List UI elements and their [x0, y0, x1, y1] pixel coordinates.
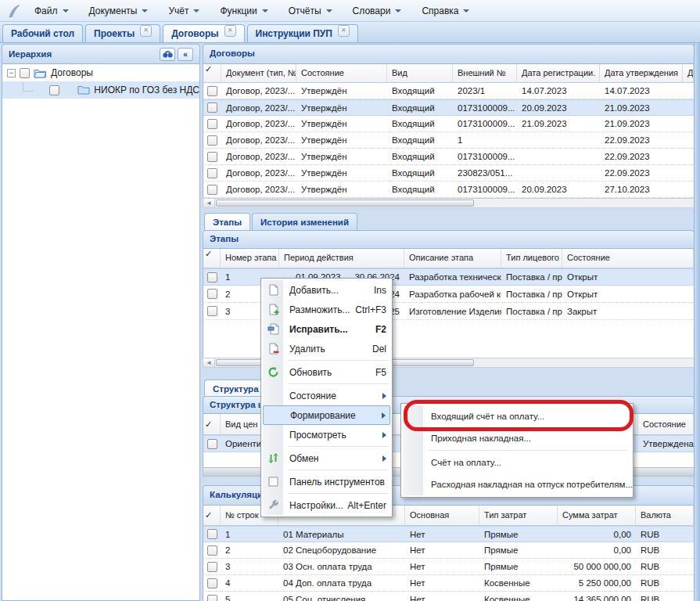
column-document[interactable]: Документ (тип, № — [221, 64, 296, 82]
menu-item-exchange[interactable]: Обмен — [263, 448, 390, 468]
contracts-hscrollbar[interactable]: ◄ — [203, 198, 695, 208]
row-checkbox[interactable] — [207, 545, 217, 556]
menu-item-delete[interactable]: Удалить Del — [263, 339, 390, 358]
chevron-down-icon — [262, 9, 268, 13]
scroll-left-icon[interactable]: ◄ — [203, 199, 215, 207]
tree-checkbox[interactable] — [20, 68, 30, 78]
column-period[interactable]: Период действия — [279, 249, 404, 268]
menubar-item[interactable]: Справка — [417, 2, 474, 20]
row-check-cell — [203, 578, 221, 588]
column-stage-desc[interactable]: Описание этапа — [404, 249, 501, 268]
search-binoculars-icon[interactable] — [160, 48, 175, 61]
menu-item-edit[interactable]: Исправить... F2 — [263, 319, 390, 339]
close-icon[interactable]: ✕ — [338, 25, 350, 37]
menubar-item[interactable]: Учёт — [163, 2, 204, 20]
column-state[interactable]: Состояние — [638, 414, 694, 434]
submenu-item-incoming-invoice[interactable]: Входящий счёт на оплату... — [403, 405, 631, 427]
row-checkbox[interactable] — [207, 103, 217, 113]
close-icon[interactable]: ✕ — [140, 25, 152, 37]
column-main[interactable]: Основная — [405, 506, 479, 525]
contract-row[interactable]: Договор, 2023/... Утверждён Входящий 017… — [203, 116, 694, 132]
contract-row[interactable]: Договор, 2023/... Утверждён Входящий 017… — [203, 99, 694, 116]
contract-row[interactable]: Договор, 2023/... Утверждён Входящий 1 2… — [203, 132, 694, 149]
collapse-panel-icon[interactable]: « — [178, 48, 193, 61]
column-kind[interactable]: Вид — [387, 64, 453, 82]
calculation-row[interactable]: 4 04 Доп. оплата труда Нет Косвенные 5 2… — [203, 575, 694, 592]
column-cost-sum[interactable]: Сумма затрат — [558, 506, 636, 525]
column-check[interactable]: ✓ — [203, 506, 221, 525]
row-checkbox[interactable] — [207, 306, 217, 316]
tab-change-history[interactable]: История изменений — [252, 213, 357, 230]
menubar-item[interactable]: Файл — [30, 2, 74, 20]
row-checkbox[interactable] — [207, 595, 217, 601]
tab-stages[interactable]: Этапы — [204, 213, 250, 230]
menubar-item[interactable]: Словари — [348, 2, 407, 20]
row-checkbox[interactable] — [207, 135, 217, 146]
column-approve-date[interactable]: Дата утверждения — [600, 64, 683, 82]
row-checkbox[interactable] — [207, 439, 217, 449]
row-checkbox[interactable] — [207, 168, 217, 178]
menu-item-generate[interactable]: Формирование — [263, 405, 390, 425]
column-check[interactable]: ✓ — [203, 414, 221, 434]
calculation-row[interactable]: 5 05 Соц. отчисления Нет Косвенные 14 36… — [203, 592, 694, 601]
column-state[interactable]: Состояние — [296, 64, 387, 82]
cell-state: Утверждён — [296, 86, 387, 95]
row-checkbox[interactable] — [207, 578, 217, 588]
row-checkbox[interactable] — [207, 272, 217, 283]
contract-row[interactable]: Договор, 2023/... Утверждён Входящий 017… — [203, 182, 694, 198]
tree-node-niokr[interactable]: НИОКР по ГОЗ без НДС — [2, 81, 199, 99]
row-checkbox[interactable] — [207, 529, 217, 539]
tree-checkbox[interactable] — [49, 85, 59, 95]
row-checkbox[interactable] — [207, 86, 217, 96]
submenu-item-expense-note[interactable]: Расходная накладная на отпуск потребител… — [403, 473, 631, 495]
menu-item-state[interactable]: Состояние — [263, 386, 390, 405]
calculation-row[interactable]: 2 02 Спецоборудование Нет Прямые 0,00 RU… — [203, 542, 694, 559]
menubar-item[interactable]: Отчёты — [284, 2, 337, 20]
column-state[interactable]: Состояние — [562, 249, 694, 268]
menu-item-add[interactable]: Добавить... Ins — [263, 280, 390, 300]
refresh-icon — [263, 366, 284, 378]
cell-document: Договор, 2023/... — [221, 152, 296, 161]
column-check[interactable]: ✓ — [203, 64, 221, 82]
scrollbar-thumb[interactable] — [216, 200, 474, 207]
close-icon[interactable]: ✕ — [224, 25, 236, 37]
right-edge-scroll-strip[interactable] — [694, 43, 700, 601]
row-checkbox[interactable] — [207, 185, 217, 195]
row-checkbox[interactable] — [207, 152, 217, 162]
cell-document: Договор, 2023/... — [221, 103, 296, 113]
cell-external-no: 0173100009... — [453, 119, 517, 128]
menubar-item[interactable]: Функции — [215, 2, 272, 20]
column-currency[interactable]: Валюта — [636, 506, 694, 525]
tab-projects[interactable]: Проекты ✕ — [85, 24, 160, 42]
menu-item-toolbar[interactable]: Панель инструментов — [263, 472, 390, 491]
row-checkbox[interactable] — [207, 119, 217, 129]
menubar-item[interactable]: Документы — [84, 2, 153, 20]
calculation-row[interactable]: 3 03 Осн. оплата труда Нет Прямые 50 000… — [203, 559, 694, 575]
column-external-no[interactable]: Внешний № — [453, 64, 517, 82]
application-window: Файл Документы Учёт Функции — [0, 0, 700, 601]
submenu-item-receipt-note[interactable]: Приходная накладная... — [403, 427, 631, 449]
tab-desktop[interactable]: Рабочий стол — [2, 24, 83, 42]
column-reg-date[interactable]: Дата регистрации. — [517, 64, 600, 82]
collapse-expander-icon[interactable]: − — [7, 69, 16, 77]
tab-instructions[interactable]: Инструкции ПУП ✕ — [247, 24, 358, 42]
menu-item-refresh[interactable]: Обновить F5 — [263, 362, 390, 382]
calculation-row[interactable]: 1 01 Материалы Нет Прямые 0,00 RUB — [203, 526, 694, 542]
column-check[interactable]: ✓ — [203, 249, 221, 268]
row-checkbox[interactable] — [207, 289, 217, 299]
menu-item-view[interactable]: Просмотреть — [263, 425, 390, 444]
column-cost-type[interactable]: Тип затрат — [479, 506, 558, 525]
tree-node-contracts[interactable]: − Договоры — [2, 64, 199, 81]
contract-row[interactable]: Договор, 2023/... Утверждён Входящий 202… — [203, 83, 694, 99]
tab-contracts[interactable]: Договоры ✕ — [163, 24, 244, 42]
column-date[interactable]: Дата — [683, 64, 694, 82]
row-checkbox[interactable] — [207, 562, 217, 572]
scroll-left-icon[interactable]: ◄ — [203, 358, 215, 367]
column-stage-no[interactable]: Номер этапа — [221, 249, 279, 268]
menu-item-settings[interactable]: Настройки... Alt+Enter — [263, 495, 390, 515]
contract-row[interactable]: Договор, 2023/... Утверждён Входящий 017… — [203, 149, 694, 165]
submenu-item-invoice[interactable]: Счёт на оплату... — [403, 452, 631, 473]
column-account-type[interactable]: Тип лицевого счёт — [501, 249, 562, 268]
menu-item-duplicate[interactable]: Размножить... Ctrl+F3 — [263, 300, 390, 319]
contract-row[interactable]: Договор, 2023/... Утверждён Входящий 230… — [203, 165, 694, 182]
